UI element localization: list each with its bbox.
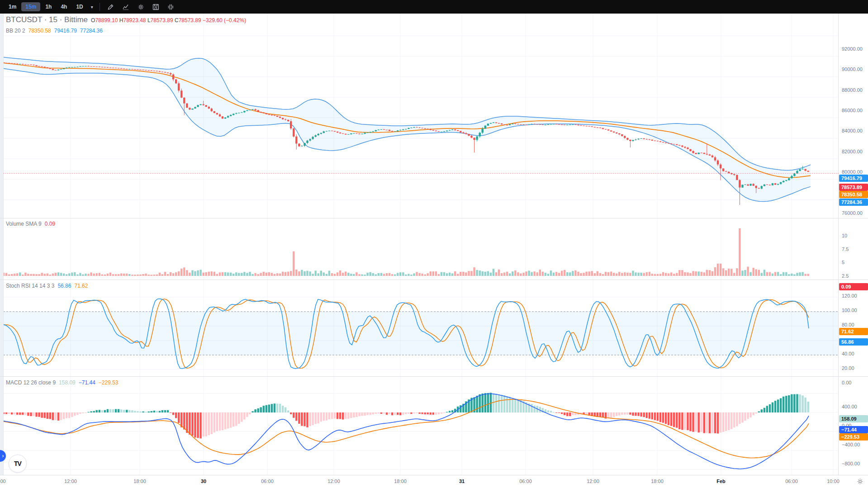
- volume-label: Volume SMA 9: [6, 221, 42, 227]
- price-axis-label: 76000.00: [842, 210, 863, 216]
- stoch-axis-label: 120.00: [842, 293, 857, 298]
- pane-separator[interactable]: [0, 280, 868, 280]
- gear-icon[interactable]: [856, 478, 864, 487]
- price-axis-label: 88000.00: [842, 87, 863, 93]
- macd-legend[interactable]: MACD 12 26 close 9 158.09−71.44−229.53: [6, 379, 119, 386]
- toolbar-divider: [100, 3, 100, 11]
- stoch-axis-label: 40.00: [842, 351, 854, 356]
- tradingview-logo[interactable]: TV: [9, 455, 27, 473]
- collapse-icon[interactable]: [164, 2, 178, 12]
- timeframe-1h[interactable]: 1h: [41, 2, 56, 11]
- price-axis-label: 84000.00: [842, 128, 863, 133]
- volume-axis-label: 10: [842, 233, 847, 238]
- bb-legend[interactable]: BB 20 2 78350.5879416.7977284.36: [6, 28, 103, 34]
- volume-axis-label: 7.5: [842, 246, 849, 252]
- time-axis-label: 6:00: [0, 479, 6, 484]
- stoch-axis-label: 0.00: [842, 380, 851, 385]
- timeframe-1m[interactable]: 1m: [5, 2, 20, 11]
- axis-price-badge: 56.86: [839, 338, 868, 346]
- volume-axis-label: 2.5: [842, 273, 849, 279]
- volume-legend[interactable]: Volume SMA 9 0.09: [6, 221, 55, 227]
- volume-value: 0.09: [45, 221, 55, 227]
- symbol-title: BTCUSDT · 15 · Bittime: [6, 15, 88, 24]
- time-axis-label: 06:00: [519, 479, 532, 484]
- volume-axis-label: 5: [842, 260, 844, 265]
- ohlc-values: O78899.10 H78923.48 L78573.89 C78573.89 …: [91, 17, 246, 24]
- time-axis-label: 06:00: [261, 479, 274, 484]
- bb-value: 77284.36: [80, 28, 103, 34]
- chart-plot[interactable]: [0, 0, 838, 475]
- axis-price-badge: 78573.89: [839, 184, 868, 191]
- macd-label: MACD 12 26 close 9: [6, 379, 56, 386]
- stoch-value: 71.62: [74, 283, 88, 289]
- timeframe-1D[interactable]: 1D: [72, 2, 87, 11]
- stoch-value: 56.86: [57, 283, 71, 289]
- axis-price-badge: 79416.79: [839, 175, 868, 182]
- macd-axis-label: −400.00: [842, 442, 860, 447]
- bb-label: BB 20 2: [6, 28, 25, 34]
- macd-value: 158.09: [59, 379, 76, 386]
- macd-value: −71.44: [79, 379, 95, 386]
- pane-separator[interactable]: [0, 218, 868, 218]
- save-icon[interactable]: [149, 2, 163, 12]
- price-axis-label: 86000.00: [842, 108, 863, 113]
- axis-price-badge: 0.09: [839, 283, 868, 290]
- stoch-rsi-label: Stoch RSI 14 14 3 3: [6, 283, 54, 289]
- axis-price-badge: −71.44: [839, 426, 868, 433]
- macd-axis-label: 400.00: [842, 404, 857, 409]
- axis-price-badge: 77284.36: [839, 199, 868, 206]
- axis-price-badge: 78350.58: [839, 191, 868, 198]
- timeframe-4h[interactable]: 4h: [57, 2, 71, 11]
- time-axis-label: 30: [201, 479, 206, 484]
- draw-icon[interactable]: [104, 2, 118, 12]
- chevron-down-icon[interactable]: ▾: [88, 5, 96, 9]
- chart-line-icon[interactable]: [119, 2, 133, 12]
- stoch-axis-label: 100.00: [842, 308, 857, 313]
- time-axis-label: Feb: [716, 479, 726, 484]
- price-axis-label: 92000.00: [842, 46, 863, 52]
- axis-price-badge: 158.09: [839, 415, 868, 422]
- symbol-legend[interactable]: BTCUSDT · 15 · Bittime O78899.10 H78923.…: [6, 15, 246, 24]
- time-axis-label: 18:00: [394, 479, 407, 484]
- time-axis-label: 10:00: [827, 479, 840, 484]
- macd-axis-label: −800.00: [842, 461, 860, 466]
- time-axis-label: 12:00: [587, 479, 599, 484]
- time-axis[interactable]: 6:0012:0018:003006:0012:0018:003106:0012…: [0, 475, 868, 488]
- time-axis-label: 18:00: [651, 479, 664, 484]
- price-axis-label: 82000.00: [842, 149, 863, 154]
- time-axis-label: 31: [459, 479, 465, 484]
- stoch-axis-label: 80.00: [842, 322, 854, 327]
- axis-price-badge: −229.53: [839, 433, 868, 441]
- price-axis-label: 80000.00: [842, 169, 863, 175]
- bb-value: 79416.79: [54, 28, 77, 34]
- settings-icon[interactable]: [134, 2, 148, 12]
- axis-price-badge: 71.62: [839, 328, 868, 335]
- price-axis[interactable]: 92000.0090000.0088000.0086000.0084000.00…: [838, 14, 868, 475]
- bb-value: 78350.58: [28, 28, 51, 34]
- time-axis-label: 18:00: [133, 479, 146, 484]
- stoch-axis-label: 20.00: [842, 365, 854, 371]
- top-toolbar: 1m 15m 1h 4h 1D ▾: [0, 0, 868, 14]
- time-axis-label: 06:00: [785, 479, 798, 484]
- price-axis-label: 90000.00: [842, 66, 863, 72]
- stoch-rsi-legend[interactable]: Stoch RSI 14 14 3 3 56.8671.62: [6, 283, 88, 289]
- left-edge-strip: [0, 14, 4, 488]
- time-axis-label: 12:00: [64, 479, 77, 484]
- pane-separator[interactable]: [0, 376, 868, 377]
- macd-value: −229.53: [99, 379, 119, 386]
- timeframe-15m[interactable]: 15m: [21, 2, 40, 11]
- chart-area[interactable]: BTCUSDT · 15 · Bittime O78899.10 H78923.…: [0, 14, 868, 488]
- time-axis-label: 12:00: [327, 479, 340, 484]
